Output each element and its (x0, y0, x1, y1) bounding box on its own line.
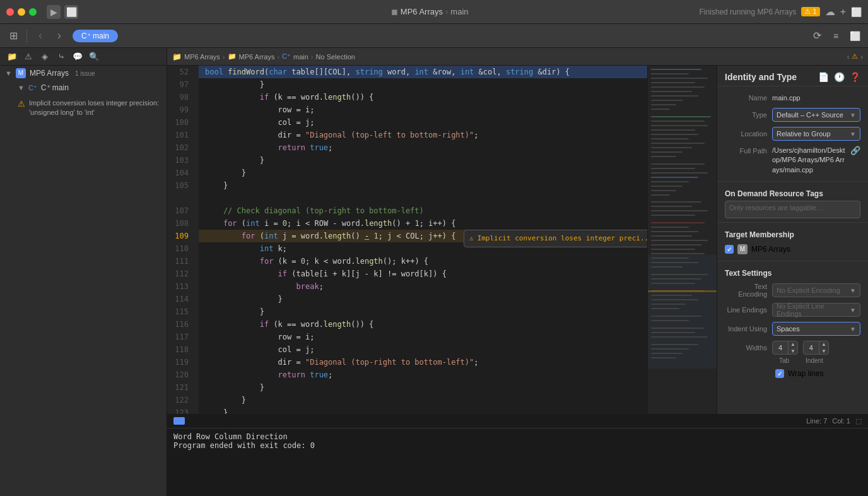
close-button[interactable] (6, 8, 14, 16)
target-app-icon: M (737, 244, 748, 254)
file-collapse-icon: ▼ (18, 84, 25, 92)
line-endings-value-container[interactable]: No Explicit Line Endings ▼ (772, 303, 860, 317)
sidebar-project-item[interactable]: ▼ M MP6 Arrays 1 issue (0, 66, 167, 81)
breadcrumb-selection: No Selection (316, 53, 355, 61)
width-sublabels: Tab Indent (725, 357, 860, 367)
indent-width-stepper[interactable]: 4 ▲ ▼ (803, 341, 829, 355)
svg-rect-51 (651, 308, 679, 309)
window-toggle-button[interactable]: ⬜ (64, 5, 78, 19)
encoding-dropdown-value: No Explicit Encoding (777, 286, 840, 294)
code-content[interactable]: bool findWord(char table[][COL], string … (199, 66, 647, 414)
breadcrumb-nav-next[interactable]: › (860, 53, 863, 61)
indent-using-dropdown[interactable]: Spaces ▼ (772, 322, 860, 336)
fullpath-value-container: /Users/cjhamilton/Desktop/MP6 Arrays/MP6… (772, 146, 860, 175)
editor-config-icon[interactable]: ⬚ (855, 417, 862, 425)
svg-rect-41 (651, 257, 689, 259)
tab-stepper-buttons[interactable]: ▲ ▼ (788, 341, 797, 355)
encoding-value-container[interactable]: No Explicit Encoding ▼ (772, 283, 860, 297)
toolbar-separator (26, 30, 27, 42)
indent-using-chevron-icon: ▼ (850, 326, 856, 333)
nav-back-button[interactable]: ‹ (32, 28, 49, 44)
code-editor[interactable]: 52 97 98 99 100 101 102 103 104 105 107 … (167, 66, 717, 414)
code-line-106 (199, 192, 647, 204)
indent-using-value-container[interactable]: Spaces ▼ (772, 322, 860, 336)
encoding-chevron-icon: ▼ (850, 287, 856, 294)
output-line-1: Word Row Column Direction (173, 432, 862, 441)
sidebar-alert-button[interactable]: ⚠ (21, 50, 35, 64)
tab-width-stepper[interactable]: 4 ▲ ▼ (772, 341, 798, 355)
code-line-118: col = j; (199, 343, 647, 356)
breadcrumb-nav-prev[interactable]: ‹ (847, 53, 850, 61)
run-button[interactable]: ▶ (47, 5, 61, 19)
location-value-container[interactable]: Relative to Group ▼ (772, 127, 860, 141)
svg-rect-59 (651, 353, 683, 354)
type-dropdown[interactable]: Default – C++ Source ▼ (772, 108, 860, 122)
sidebar-folder-button[interactable]: 📁 (5, 50, 19, 64)
svg-rect-25 (651, 186, 683, 187)
indent-using-field-row: Indent Using Spaces ▼ (725, 319, 860, 338)
line-endings-dropdown[interactable]: No Explicit Line Endings ▼ (772, 303, 860, 317)
target-checkbox[interactable]: ✓ (725, 245, 734, 254)
type-chevron-icon: ▼ (850, 112, 856, 119)
breadcrumb-project[interactable]: MP6 Arrays (184, 53, 220, 61)
svg-rect-44 (651, 274, 708, 275)
location-dropdown[interactable]: Relative to Group ▼ (772, 127, 860, 141)
text-settings-section: Text Settings Text Encoding No Explicit … (717, 261, 868, 384)
sidebar-git-button[interactable]: ⤷ (54, 50, 68, 64)
output-content[interactable]: Word Row Column Direction Program ended … (167, 428, 868, 496)
location-chevron-icon: ▼ (850, 131, 856, 138)
svg-rect-9 (651, 109, 670, 110)
indent-width-increment[interactable]: ▲ (819, 341, 828, 348)
identity-section: Name main.cpp Type Default – C++ Source … (717, 86, 868, 181)
add-tab-button[interactable]: + (840, 6, 846, 18)
sidebar-toggle-button[interactable]: ⬜ (851, 7, 862, 17)
sidebar-search-button[interactable]: 🔍 (87, 50, 101, 64)
breadcrumb-warning-icon[interactable]: ⚠ (852, 52, 858, 61)
sidebar-diamond-button[interactable]: ◈ (38, 50, 52, 64)
encoding-dropdown[interactable]: No Explicit Encoding ▼ (772, 283, 860, 297)
breadcrumb-folder[interactable]: MP6 Arrays (239, 53, 275, 61)
indent-stepper-buttons[interactable]: ▲ ▼ (819, 341, 828, 355)
project-folder-icon: M (16, 68, 26, 78)
sidebar-message-button[interactable]: 💬 (71, 50, 85, 64)
panel-button[interactable]: ⬜ (847, 28, 863, 44)
wrap-lines-row: ✓ Wrap lines (725, 367, 860, 381)
maximize-button[interactable] (29, 8, 37, 16)
svg-rect-10 (651, 116, 711, 117)
tab-width-increment[interactable]: ▲ (789, 341, 797, 348)
line-numbers: 52 97 98 99 100 101 102 103 104 105 107 … (167, 66, 199, 414)
grid-view-button[interactable]: ⊞ (5, 28, 21, 44)
name-value: main.cpp (772, 94, 801, 102)
file-tab-icon[interactable]: 📄 (818, 72, 829, 82)
svg-rect-49 (651, 299, 698, 300)
on-demand-section: On Demand Resource Tags Only resources a… (717, 181, 868, 222)
svg-rect-24 (651, 181, 689, 182)
sidebar-file-item[interactable]: ▼ C⁺ C⁺ main (0, 81, 167, 95)
svg-rect-26 (651, 190, 676, 191)
minimap[interactable] (647, 66, 717, 414)
fullpath-link-icon[interactable]: 🔗 (850, 146, 860, 155)
on-demand-input[interactable]: Only resources are taggable… (725, 201, 860, 218)
svg-rect-32 (651, 215, 695, 216)
code-line-101: dir = "Diagonal (top-left to bottom-righ… (199, 129, 647, 141)
svg-rect-28 (648, 255, 717, 369)
wrap-lines-checkbox[interactable]: ✓ (775, 369, 784, 378)
wrap-check-icon: ✓ (777, 370, 782, 377)
fullpath-label: Full Path (725, 146, 772, 155)
active-tab[interactable]: C⁺ main (73, 30, 118, 42)
indent-width-decrement[interactable]: ▼ (819, 348, 828, 355)
line-endings-dropdown-value: No Explicit Line Endings (777, 302, 850, 317)
clock-tab-icon[interactable]: 🕐 (834, 72, 845, 82)
svg-rect-2 (651, 78, 708, 79)
list-view-button[interactable]: ≡ (828, 28, 844, 44)
help-tab-icon[interactable]: ❓ (850, 72, 860, 82)
refresh-button[interactable]: ⟳ (809, 28, 825, 44)
nav-fwd-button[interactable]: › (51, 28, 67, 44)
breadcrumb-file[interactable]: main (293, 53, 308, 61)
tab-width-decrement[interactable]: ▼ (789, 348, 797, 355)
issue-item[interactable]: ⚠ Implicit conversion loses integer prec… (0, 95, 167, 122)
minimize-button[interactable] (18, 8, 25, 16)
type-value-container[interactable]: Default – C++ Source ▼ (772, 108, 860, 122)
right-panel: Identity and Type 📄 🕐 ❓ Name main.cpp (717, 66, 868, 414)
svg-rect-48 (651, 295, 692, 296)
